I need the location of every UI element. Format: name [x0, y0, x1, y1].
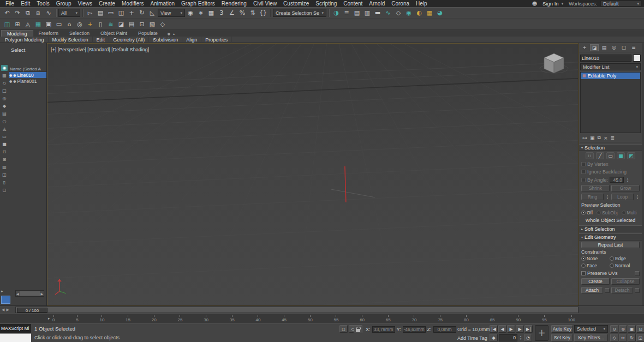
ribbon-subtab[interactable]: Polygon Modeling: [1, 37, 49, 43]
radio-icon[interactable]: [610, 263, 614, 268]
shrink-button[interactable]: Shrink: [581, 185, 610, 191]
select-and-scale-icon[interactable]: ◺: [147, 8, 157, 17]
detach-settings-button[interactable]: [635, 288, 640, 293]
bind-to-space-warp-icon[interactable]: ∿: [44, 8, 53, 17]
frame-tick-label[interactable]: 60: [360, 315, 365, 322]
named-selection-set-dropdown[interactable]: Create Selection Se: [273, 9, 326, 17]
toolbar2-icon[interactable]: ◇: [158, 20, 168, 29]
explorer-filter-icon[interactable]: ○: [1, 118, 8, 124]
visibility-icon[interactable]: ●: [9, 73, 12, 77]
frame-tick-label[interactable]: 10: [99, 315, 104, 322]
frame-spinner[interactable]: [518, 335, 523, 341]
keyboard-override-icon[interactable]: ▦: [206, 8, 216, 17]
field-of-view-icon[interactable]: ◇: [610, 334, 618, 341]
set-key-button[interactable]: Set Key: [551, 334, 573, 341]
x-coordinate-field[interactable]: [372, 326, 395, 333]
ribbon-tab[interactable]: Populate: [133, 30, 163, 37]
set-keys-button[interactable]: +: [535, 325, 548, 341]
layer-explorer-toggle-icon[interactable]: ▥: [362, 8, 372, 17]
frame-tick-label[interactable]: 95: [542, 315, 547, 322]
menu-item[interactable]: Edit: [17, 0, 33, 7]
angle-snap-icon[interactable]: ∠: [227, 8, 237, 17]
ribbon-tab[interactable]: Selection: [64, 30, 95, 37]
add-time-tag[interactable]: Add Time Tag: [457, 335, 487, 341]
previous-key-icon[interactable]: ◀: [2, 308, 4, 312]
key-mode-toggle-button[interactable]: ◆: [490, 334, 498, 341]
pin-stack-icon[interactable]: ⊶: [582, 135, 587, 141]
polygon-subobject-icon[interactable]: ■: [617, 152, 625, 159]
minimize-ribbon-icon[interactable]: ▴: [173, 32, 175, 35]
select-and-link-icon[interactable]: ⧉: [23, 8, 33, 17]
ribbon-tab[interactable]: Modeling: [1, 30, 33, 37]
frame-tick-label[interactable]: 0: [52, 315, 55, 322]
toolbar2-icon[interactable]: ◫: [2, 20, 12, 29]
menu-item[interactable]: Tools: [33, 0, 52, 7]
command-panel-scrollbar[interactable]: [642, 43, 644, 305]
select-and-manipulate-icon[interactable]: ∗: [196, 8, 206, 17]
angle-spinner[interactable]: [625, 177, 630, 183]
display-tab-icon[interactable]: ▢: [619, 44, 628, 51]
explorer-filter-icon[interactable]: ◻: [1, 187, 8, 193]
viewport-label[interactable]: [+] [Perspective] [Standard] [Default Sh…: [51, 47, 149, 52]
select-object-icon[interactable]: ▻: [85, 8, 95, 17]
ribbon-subtab[interactable]: Properties: [201, 37, 232, 43]
frame-tick-label[interactable]: 90: [516, 315, 521, 322]
unlink-selection-icon[interactable]: ⧈: [33, 8, 43, 17]
explorer-filter-icon[interactable]: ⊞: [1, 157, 8, 163]
ignore-backfacing-checkbox[interactable]: [581, 170, 586, 174]
visibility-icon[interactable]: ●: [9, 79, 12, 83]
ribbon-subtab[interactable]: Align: [182, 37, 201, 43]
layout-tabs-flyout-icon[interactable]: ▸: [1, 289, 3, 293]
configure-modifier-sets-icon[interactable]: ≣: [611, 135, 615, 141]
frame-tick-label[interactable]: 40: [255, 315, 260, 322]
workspace-dropdown[interactable]: Default: [600, 1, 642, 7]
hierarchy-tab-icon[interactable]: ▤: [600, 44, 609, 51]
frame-tick-label[interactable]: 50: [308, 315, 313, 322]
viewcube[interactable]: [538, 49, 570, 75]
align-icon[interactable]: ≡: [342, 8, 351, 17]
frame-tick-label[interactable]: 5: [76, 315, 78, 322]
frame-tick-label[interactable]: 70: [412, 315, 417, 322]
motion-tab-icon[interactable]: ◎: [610, 44, 618, 51]
toolbar2-icon[interactable]: ▣: [44, 20, 53, 29]
ribbon-tab[interactable]: Object Paint: [95, 30, 133, 37]
next-frame-icon[interactable]: ▶: [516, 325, 524, 333]
make-unique-icon[interactable]: ⧉: [598, 135, 601, 141]
time-configuration-button[interactable]: ◔: [524, 334, 532, 341]
toolbar2-icon[interactable]: ≋: [106, 20, 116, 29]
remove-modifier-icon[interactable]: ×: [604, 135, 608, 141]
name-column-header[interactable]: Name (Sorted A: [9, 66, 46, 72]
ribbon-toggle-icon[interactable]: ▬: [373, 8, 383, 17]
menu-item[interactable]: Graph Editors: [178, 0, 218, 7]
object-name-field[interactable]: [580, 55, 631, 62]
y-coordinate-field[interactable]: [403, 326, 426, 333]
create-tab-icon[interactable]: +: [580, 44, 589, 51]
frame-tick-label[interactable]: 15: [126, 315, 130, 322]
snaps-toggle-icon[interactable]: 3: [217, 8, 226, 17]
ribbon-tab[interactable]: Freeform: [33, 30, 64, 37]
edge-subobject-icon[interactable]: ╱: [596, 152, 604, 159]
frame-tick-label[interactable]: 65: [386, 315, 391, 322]
menu-item[interactable]: Arnold: [366, 0, 388, 7]
spinner-snap-icon[interactable]: ⇅: [248, 8, 258, 17]
select-and-rotate-icon[interactable]: ↻: [137, 8, 147, 17]
material-editor-icon[interactable]: ◉: [404, 8, 414, 17]
object-color-swatch[interactable]: [633, 55, 641, 62]
rollout-header-soft-selection[interactable]: Soft Selection: [579, 225, 642, 232]
explorer-filter-icon[interactable]: ◆: [1, 103, 8, 109]
scene-object-row[interactable]: ● ● Line010: [9, 72, 46, 78]
radio-icon[interactable]: [581, 263, 586, 268]
frame-tick-label[interactable]: 45: [282, 315, 287, 322]
menu-item[interactable]: Scripting: [312, 0, 340, 7]
utilities-tab-icon[interactable]: ≣: [629, 44, 638, 51]
select-and-move-icon[interactable]: +: [127, 8, 136, 17]
frame-tick-label[interactable]: 75: [438, 315, 443, 322]
key-filters-button[interactable]: Key Filters...: [574, 334, 608, 341]
frame-tick-label[interactable]: 35: [230, 315, 235, 322]
pan-icon[interactable]: ↔: [619, 334, 627, 341]
menu-item[interactable]: File: [2, 0, 17, 7]
scene-object-row[interactable]: ● ● Plane001: [9, 78, 46, 84]
menu-item[interactable]: Rendering: [218, 0, 250, 7]
toolbar2-icon[interactable]: ▧: [147, 20, 157, 29]
menu-item[interactable]: Content: [340, 0, 366, 7]
